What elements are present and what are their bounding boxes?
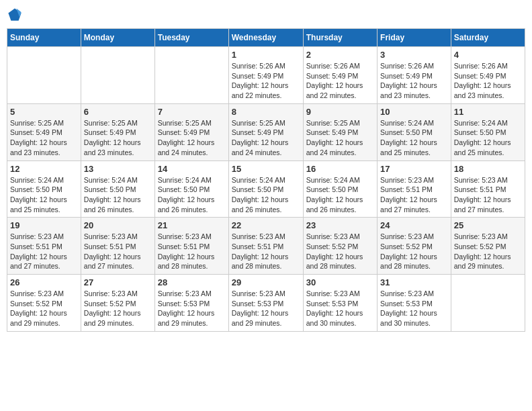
calendar-cell: 22Sunrise: 5:23 AM Sunset: 5:51 PM Dayli… xyxy=(228,218,303,275)
calendar-cell xyxy=(451,275,525,332)
calendar-cell: 27Sunrise: 5:23 AM Sunset: 5:52 PM Dayli… xyxy=(81,275,154,332)
day-info: Sunrise: 5:25 AM Sunset: 5:49 PM Dayligh… xyxy=(84,118,152,158)
day-info: Sunrise: 5:26 AM Sunset: 5:49 PM Dayligh… xyxy=(380,61,448,101)
calendar-cell: 9Sunrise: 5:25 AM Sunset: 5:49 PM Daylig… xyxy=(303,103,377,161)
day-number: 6 xyxy=(84,107,152,117)
weekday-header-sunday: Sunday xyxy=(7,29,81,47)
day-number: 30 xyxy=(306,277,374,287)
calendar-cell: 28Sunrise: 5:23 AM Sunset: 5:53 PM Dayli… xyxy=(154,275,228,332)
calendar-cell: 11Sunrise: 5:24 AM Sunset: 5:50 PM Dayli… xyxy=(451,103,525,161)
day-info: Sunrise: 5:23 AM Sunset: 5:52 PM Dayligh… xyxy=(380,232,448,271)
calendar-cell: 23Sunrise: 5:23 AM Sunset: 5:52 PM Dayli… xyxy=(303,218,377,275)
weekday-header-row: SundayMondayTuesdayWednesdayThursdayFrid… xyxy=(7,29,525,47)
calendar-cell: 10Sunrise: 5:24 AM Sunset: 5:50 PM Dayli… xyxy=(378,103,451,161)
day-info: Sunrise: 5:24 AM Sunset: 5:50 PM Dayligh… xyxy=(84,175,152,215)
calendar-cell xyxy=(7,47,81,104)
day-number: 14 xyxy=(158,164,226,174)
day-number: 29 xyxy=(232,277,300,287)
logo xyxy=(7,7,26,23)
day-number: 2 xyxy=(306,50,374,60)
calendar-cell: 3Sunrise: 5:26 AM Sunset: 5:49 PM Daylig… xyxy=(378,47,451,104)
day-number: 31 xyxy=(380,277,448,287)
calendar-week-row: 19Sunrise: 5:23 AM Sunset: 5:51 PM Dayli… xyxy=(7,218,525,275)
day-info: Sunrise: 5:23 AM Sunset: 5:52 PM Dayligh… xyxy=(84,289,152,328)
calendar-cell: 20Sunrise: 5:23 AM Sunset: 5:51 PM Dayli… xyxy=(81,218,154,275)
day-info: Sunrise: 5:24 AM Sunset: 5:50 PM Dayligh… xyxy=(454,118,522,158)
day-info: Sunrise: 5:23 AM Sunset: 5:53 PM Dayligh… xyxy=(306,289,374,328)
calendar-cell: 17Sunrise: 5:23 AM Sunset: 5:51 PM Dayli… xyxy=(378,161,451,218)
calendar-cell: 19Sunrise: 5:23 AM Sunset: 5:51 PM Dayli… xyxy=(7,218,81,275)
day-number: 3 xyxy=(380,50,448,60)
calendar-cell: 12Sunrise: 5:24 AM Sunset: 5:50 PM Dayli… xyxy=(7,161,81,218)
day-number: 13 xyxy=(84,164,152,174)
day-info: Sunrise: 5:24 AM Sunset: 5:50 PM Dayligh… xyxy=(10,175,78,215)
calendar-week-row: 12Sunrise: 5:24 AM Sunset: 5:50 PM Dayli… xyxy=(7,161,525,218)
weekday-header-saturday: Saturday xyxy=(451,29,525,47)
weekday-header-tuesday: Tuesday xyxy=(154,29,228,47)
calendar-cell: 4Sunrise: 5:26 AM Sunset: 5:49 PM Daylig… xyxy=(451,47,525,104)
day-info: Sunrise: 5:26 AM Sunset: 5:49 PM Dayligh… xyxy=(454,61,522,101)
calendar-cell: 18Sunrise: 5:23 AM Sunset: 5:51 PM Dayli… xyxy=(451,161,525,218)
day-number: 9 xyxy=(306,107,374,117)
day-number: 1 xyxy=(232,50,300,60)
day-info: Sunrise: 5:23 AM Sunset: 5:52 PM Dayligh… xyxy=(454,232,522,271)
calendar-cell: 29Sunrise: 5:23 AM Sunset: 5:53 PM Dayli… xyxy=(228,275,303,332)
day-number: 18 xyxy=(454,164,522,174)
day-info: Sunrise: 5:23 AM Sunset: 5:51 PM Dayligh… xyxy=(84,232,152,271)
day-number: 11 xyxy=(454,107,522,117)
calendar-cell: 14Sunrise: 5:24 AM Sunset: 5:50 PM Dayli… xyxy=(154,161,228,218)
day-number: 16 xyxy=(306,164,374,174)
day-info: Sunrise: 5:24 AM Sunset: 5:50 PM Dayligh… xyxy=(380,118,448,158)
page-header xyxy=(7,7,525,23)
day-number: 24 xyxy=(380,220,448,230)
weekday-header-thursday: Thursday xyxy=(303,29,377,47)
day-info: Sunrise: 5:23 AM Sunset: 5:53 PM Dayligh… xyxy=(158,289,226,328)
day-number: 10 xyxy=(380,107,448,117)
day-info: Sunrise: 5:24 AM Sunset: 5:50 PM Dayligh… xyxy=(306,175,374,215)
day-info: Sunrise: 5:23 AM Sunset: 5:53 PM Dayligh… xyxy=(380,289,448,328)
day-number: 17 xyxy=(380,164,448,174)
day-info: Sunrise: 5:26 AM Sunset: 5:49 PM Dayligh… xyxy=(306,61,374,101)
day-number: 19 xyxy=(10,220,78,230)
calendar-cell: 21Sunrise: 5:23 AM Sunset: 5:51 PM Dayli… xyxy=(154,218,228,275)
day-number: 4 xyxy=(454,50,522,60)
day-info: Sunrise: 5:23 AM Sunset: 5:51 PM Dayligh… xyxy=(232,232,300,271)
day-number: 25 xyxy=(454,220,522,230)
day-info: Sunrise: 5:25 AM Sunset: 5:49 PM Dayligh… xyxy=(232,118,300,158)
calendar-week-row: 1Sunrise: 5:26 AM Sunset: 5:49 PM Daylig… xyxy=(7,47,525,104)
calendar-cell: 25Sunrise: 5:23 AM Sunset: 5:52 PM Dayli… xyxy=(451,218,525,275)
calendar-week-row: 26Sunrise: 5:23 AM Sunset: 5:52 PM Dayli… xyxy=(7,275,525,332)
day-info: Sunrise: 5:23 AM Sunset: 5:53 PM Dayligh… xyxy=(232,289,300,328)
calendar-cell: 1Sunrise: 5:26 AM Sunset: 5:49 PM Daylig… xyxy=(228,47,303,104)
day-info: Sunrise: 5:26 AM Sunset: 5:49 PM Dayligh… xyxy=(232,61,300,101)
calendar-cell: 24Sunrise: 5:23 AM Sunset: 5:52 PM Dayli… xyxy=(378,218,451,275)
day-info: Sunrise: 5:23 AM Sunset: 5:51 PM Dayligh… xyxy=(454,175,522,215)
day-info: Sunrise: 5:25 AM Sunset: 5:49 PM Dayligh… xyxy=(306,118,374,158)
calendar-cell xyxy=(81,47,154,104)
day-info: Sunrise: 5:25 AM Sunset: 5:49 PM Dayligh… xyxy=(10,118,78,158)
calendar-cell: 26Sunrise: 5:23 AM Sunset: 5:52 PM Dayli… xyxy=(7,275,81,332)
calendar-cell: 8Sunrise: 5:25 AM Sunset: 5:49 PM Daylig… xyxy=(228,103,303,161)
day-number: 5 xyxy=(10,107,78,117)
day-info: Sunrise: 5:24 AM Sunset: 5:50 PM Dayligh… xyxy=(158,175,226,215)
day-number: 7 xyxy=(158,107,226,117)
calendar-table: SundayMondayTuesdayWednesdayThursdayFrid… xyxy=(7,28,525,332)
weekday-header-friday: Friday xyxy=(378,29,451,47)
day-number: 22 xyxy=(232,220,300,230)
day-number: 26 xyxy=(10,277,78,287)
calendar-week-row: 5Sunrise: 5:25 AM Sunset: 5:49 PM Daylig… xyxy=(7,103,525,161)
logo-icon xyxy=(7,7,23,23)
calendar-cell: 16Sunrise: 5:24 AM Sunset: 5:50 PM Dayli… xyxy=(303,161,377,218)
day-number: 23 xyxy=(306,220,374,230)
weekday-header-wednesday: Wednesday xyxy=(228,29,303,47)
day-info: Sunrise: 5:23 AM Sunset: 5:51 PM Dayligh… xyxy=(380,175,448,215)
calendar-cell: 15Sunrise: 5:24 AM Sunset: 5:50 PM Dayli… xyxy=(228,161,303,218)
weekday-header-monday: Monday xyxy=(81,29,154,47)
day-number: 15 xyxy=(232,164,300,174)
calendar-cell xyxy=(154,47,228,104)
day-info: Sunrise: 5:24 AM Sunset: 5:50 PM Dayligh… xyxy=(232,175,300,215)
day-info: Sunrise: 5:25 AM Sunset: 5:49 PM Dayligh… xyxy=(158,118,226,158)
calendar-cell: 5Sunrise: 5:25 AM Sunset: 5:49 PM Daylig… xyxy=(7,103,81,161)
calendar-cell: 2Sunrise: 5:26 AM Sunset: 5:49 PM Daylig… xyxy=(303,47,377,104)
day-number: 12 xyxy=(10,164,78,174)
